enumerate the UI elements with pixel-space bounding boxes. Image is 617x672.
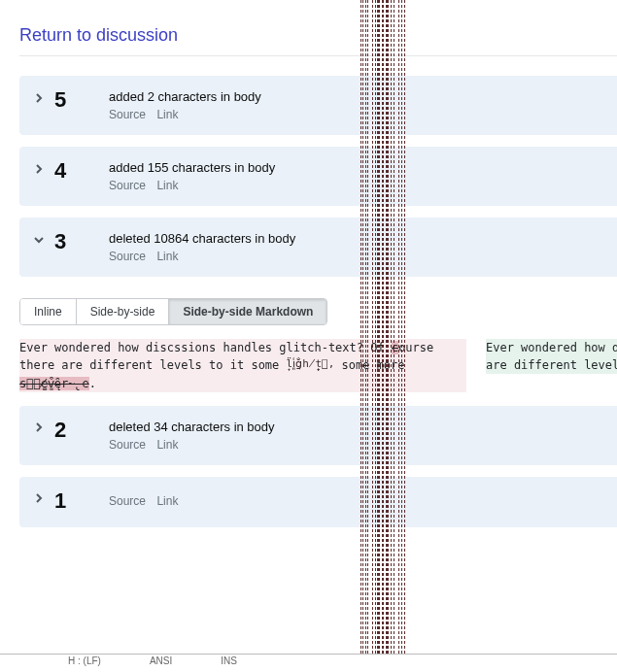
revision-row: 2 deleted 34 characters in body Source L… [19, 406, 617, 465]
return-to-discussion-link[interactable]: Return to discussion [19, 25, 617, 46]
chevron-right-icon [33, 421, 45, 436]
link-link[interactable]: Link [156, 494, 178, 508]
chevron-right-icon [33, 92, 45, 107]
link-link[interactable]: Link [156, 108, 178, 121]
diff-right: Ever wondered how d are different level [486, 339, 617, 392]
revision-number: 1 [54, 488, 66, 514]
chevron-right-icon [33, 492, 45, 507]
revision-number: 5 [54, 87, 66, 113]
revision-row: 4 added 155 characters in body Source Li… [19, 147, 617, 206]
zalgo-light: l̟̈i͈͑g̐ͅh̸̟t̟͛, [287, 357, 335, 370]
diff-left: Ever wondered how discssions handles gli… [19, 339, 466, 392]
revision-message: deleted 10864 characters in body [109, 231, 295, 246]
revision-toggle[interactable]: 4 [33, 158, 91, 184]
link-link[interactable]: Link [156, 250, 178, 263]
source-link[interactable]: Source [109, 108, 146, 121]
revision-number: 2 [54, 418, 66, 443]
diff-view: Ever wondered how discssions handles gli… [19, 339, 617, 392]
divider [19, 55, 617, 56]
revision-message: added 155 characters in body [109, 160, 275, 175]
revision-number: 4 [54, 158, 66, 184]
source-link[interactable]: Source [109, 494, 146, 508]
source-link[interactable]: Source [109, 250, 146, 263]
chevron-right-icon [33, 163, 45, 178]
view-mode-sbs[interactable]: Side-by-side [77, 299, 170, 324]
revision-number: 3 [54, 229, 66, 254]
revision-row: 3 deleted 10864 characters in body Sourc… [19, 218, 617, 277]
revision-toggle[interactable]: 1 [33, 488, 91, 514]
link-link[interactable]: Link [156, 179, 178, 192]
revision-message: added 2 characters in body [109, 89, 261, 104]
revision-toggle[interactable]: 3 [33, 229, 91, 254]
zalgo-severe: s͉͛e̸͚v͈͒ę̑r̴̢e [19, 377, 89, 390]
revision-toggle[interactable]: 5 [33, 87, 91, 113]
source-link[interactable]: Source [109, 179, 146, 192]
revision-toggle[interactable]: 2 [33, 418, 91, 443]
revision-message: deleted 34 characters in body [109, 420, 275, 434]
view-mode-sbs-markdown[interactable]: Side-by-side Markdown [169, 299, 326, 324]
revision-row: 5 added 2 characters in body Source Link [19, 76, 617, 135]
link-link[interactable]: Link [156, 438, 178, 452]
chevron-down-icon [33, 234, 45, 249]
revision-row: 1 Source Link [19, 477, 617, 527]
source-link[interactable]: Source [109, 438, 146, 452]
view-mode-toggle: Inline Side-by-side Side-by-side Markdow… [19, 298, 327, 325]
view-mode-inline[interactable]: Inline [20, 299, 77, 324]
